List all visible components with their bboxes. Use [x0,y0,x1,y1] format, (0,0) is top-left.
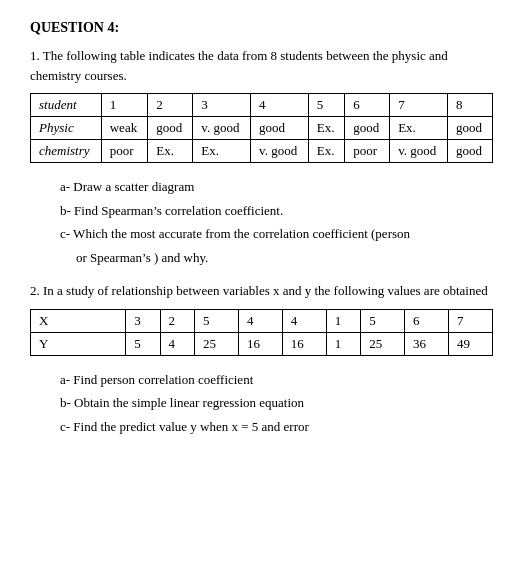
table2-cell: 5 [194,309,238,332]
part-label: c- [60,226,70,241]
table1-cell: good [447,117,492,140]
table1-header-cell: 7 [390,94,448,117]
question2-part-item: c- Find the predict value y when x = 5 a… [60,417,493,437]
table1-cell: Ex. [308,117,344,140]
table1-cell: v. good [390,140,448,163]
table2-cell: X [31,309,126,332]
table2-cell: 1 [326,309,360,332]
table1-header-cell: student [31,94,102,117]
table2-cell: 4 [160,332,194,355]
table1-cell: poor [345,140,390,163]
question2-intro: 2. In a study of relationship between va… [30,281,493,301]
part-label: b- [60,395,71,410]
table2-cell: 5 [361,309,405,332]
table1-header-cell: 8 [447,94,492,117]
table1-header-cell: 4 [251,94,309,117]
table1-cell: Ex. [148,140,193,163]
table1-header-cell: 5 [308,94,344,117]
question1-parts: a- Draw a scatter diagramb- Find Spearma… [60,177,493,267]
question1-intro: 1. The following table indicates the dat… [30,46,493,85]
part-label: a- [60,179,70,194]
question1-part-item: a- Draw a scatter diagram [60,177,493,197]
table1-cell: Ex. [390,117,448,140]
question1-part-item: or Spearman’s ) and why. [60,248,493,268]
part-label: b- [60,203,71,218]
question-title: QUESTION 4: [30,20,493,36]
table2-cell: 25 [194,332,238,355]
table1-cell: v. good [193,117,251,140]
table1-cell: weak [101,117,148,140]
table1-cell: good [447,140,492,163]
question2-part-item: b- Obtain the simple linear regression e… [60,393,493,413]
table2-cell: 1 [326,332,360,355]
part-label: a- [60,372,70,387]
question1-part-item: c- Which the most accurate from the corr… [60,224,493,244]
table2-cell: 4 [282,309,326,332]
question2-parts: a- Find person correlation coefficientb-… [60,370,493,437]
table1-header-cell: 3 [193,94,251,117]
table1-cell: Ex. [193,140,251,163]
table2-cell: 25 [361,332,405,355]
table2-cell: 49 [449,332,493,355]
question1-part-item: b- Find Spearman’s correlation coefficie… [60,201,493,221]
table2-cell: 3 [126,309,160,332]
table1-cell: chemistry [31,140,102,163]
table1: student12345678Physicweakgoodv. goodgood… [30,93,493,163]
table2-cell: 36 [405,332,449,355]
table1-cell: good [251,117,309,140]
table1-cell: poor [101,140,148,163]
table2-cell: 16 [238,332,282,355]
table1-cell: Ex. [308,140,344,163]
table2-cell: 7 [449,309,493,332]
table1-cell: v. good [251,140,309,163]
table1-header-cell: 1 [101,94,148,117]
table1-cell: Physic [31,117,102,140]
table2-cell: 2 [160,309,194,332]
table2-cell: 4 [238,309,282,332]
part-label: c- [60,419,70,434]
question2-part-item: a- Find person correlation coefficient [60,370,493,390]
table1-cell: good [148,117,193,140]
table1-cell: good [345,117,390,140]
table2-cell: 16 [282,332,326,355]
table2-cell: Y [31,332,126,355]
table2: X325441567Y542516161253649 [30,309,493,356]
table1-header-cell: 6 [345,94,390,117]
table1-header-cell: 2 [148,94,193,117]
table2-cell: 6 [405,309,449,332]
table2-cell: 5 [126,332,160,355]
